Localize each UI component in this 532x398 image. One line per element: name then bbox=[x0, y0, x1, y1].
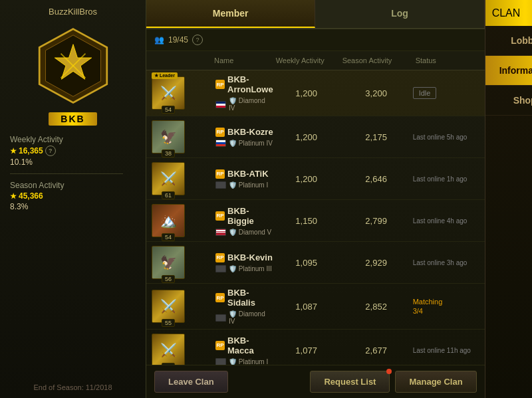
header-avatar bbox=[152, 55, 211, 66]
leave-clan-button[interactable]: Leave Clan bbox=[154, 371, 228, 393]
weekly-activity-info[interactable]: ? bbox=[45, 146, 56, 156]
avatar-cell: ⚔️ 55 bbox=[152, 334, 211, 365]
rank-name: 🛡️ Platinum I bbox=[229, 181, 268, 189]
right-menu-item-shop[interactable]: Shop bbox=[485, 86, 532, 116]
leader-badge: ★ Leader bbox=[152, 72, 178, 79]
rank-row: 🛡️ Diamond IV bbox=[215, 310, 273, 325]
flag-icon bbox=[215, 229, 226, 236]
rp-icon: RP bbox=[215, 128, 225, 137]
clan-title: BuzzKillBros bbox=[49, 7, 97, 17]
table-row[interactable]: 🦅 56 RP BKB-Kevin 🛡️ Platinum III 1,095 … bbox=[146, 242, 485, 284]
avatar-wrapper: ★ Leader ⚔️ 54 bbox=[152, 76, 185, 110]
season-activity-value: 2,799 bbox=[340, 216, 413, 226]
status-offline: Last online 3h ago bbox=[413, 258, 467, 267]
table-row[interactable]: 🦅 38 RP BKB-Kozre 🛡️ Platinum IV 1,200 2… bbox=[146, 116, 485, 158]
rank-name: 🛡️ Platinum IV bbox=[229, 140, 273, 147]
weekly-activity-value: 1,200 bbox=[273, 174, 340, 184]
season-activity-value: 2,677 bbox=[340, 346, 413, 355]
member-table: ★ Leader ⚔️ 54 RP BKB-ArronLowe 🛡️ Diamo… bbox=[146, 70, 485, 365]
center-panel: Member Log 👥 19/45 ? Name Weekly Activit… bbox=[146, 0, 485, 398]
member-name: BKB-Macca bbox=[227, 336, 273, 355]
manage-clan-button[interactable]: Manage Clan bbox=[395, 371, 476, 393]
members-help-icon[interactable]: ? bbox=[192, 35, 203, 45]
table-header: Name Weekly Activity Season Activity Sta… bbox=[146, 51, 485, 70]
rank-row: 🛡️ Diamond IV bbox=[215, 97, 273, 112]
season-activity-value: 3,200 bbox=[340, 88, 413, 98]
tab-member[interactable]: Member bbox=[146, 0, 315, 28]
header-name: Name bbox=[211, 55, 273, 66]
member-name-row: RP BKB-Macca bbox=[215, 336, 273, 355]
member-name-cell: RP BKB-Sidalis 🛡️ Diamond IV bbox=[211, 288, 273, 325]
tab-log[interactable]: Log bbox=[315, 0, 484, 28]
status-cell: Matching3/4 bbox=[413, 297, 479, 316]
weekly-activity-value: 1,087 bbox=[273, 302, 340, 312]
avatar-cell: 🦅 56 bbox=[152, 246, 211, 279]
clan-badge bbox=[33, 26, 113, 106]
avatar: ⚔️ bbox=[152, 334, 185, 365]
avatar-wrapper: ⚔️ 61 bbox=[152, 162, 185, 195]
member-name-cell: RP BKB-Kozre 🛡️ Platinum IV bbox=[211, 127, 273, 147]
table-row[interactable]: 🏔️ 54 RP BKB-Biggie 🛡️ Diamond V 1,150 2… bbox=[146, 200, 485, 242]
member-name-row: RP BKB-Sidalis bbox=[215, 288, 273, 308]
rank-row: 🛡️ Platinum I bbox=[215, 358, 273, 365]
request-list-button[interactable]: Request List bbox=[310, 371, 390, 393]
end-of-season: End of Season: 11/2018 bbox=[0, 383, 146, 391]
rank-row: 🛡️ Platinum I bbox=[215, 181, 273, 189]
season-activity-label: Season Activity bbox=[10, 181, 64, 190]
status-cell: Idle bbox=[413, 87, 479, 99]
flag-icon bbox=[215, 101, 226, 108]
avatar-wrapper: 🏔️ 54 bbox=[152, 204, 185, 237]
rank-name: 🛡️ Platinum III bbox=[229, 265, 272, 272]
rp-icon: RP bbox=[215, 293, 225, 302]
status-idle: Idle bbox=[413, 87, 437, 99]
avatar: ⚔️ bbox=[152, 290, 185, 323]
weekly-rank-row: 10.1% bbox=[10, 157, 136, 167]
status-offline: Last online 11h ago bbox=[413, 346, 471, 355]
weekly-activity-label: Weekly Activity bbox=[10, 135, 63, 144]
table-row[interactable]: ⚔️ 61 RP BKB-ATiK 🛡️ Platinum I 1,200 2,… bbox=[146, 158, 485, 200]
season-activity-value: 2,929 bbox=[340, 258, 413, 268]
avatar: ⚔️ bbox=[152, 76, 185, 110]
members-count: 19/45 bbox=[168, 35, 188, 45]
member-name-cell: RP BKB-Biggie 🛡️ Diamond V bbox=[211, 206, 273, 236]
status-cell: Last online 1h ago bbox=[413, 175, 479, 183]
members-icon: 👥 bbox=[154, 35, 164, 45]
status-offline: Last online 4h ago bbox=[413, 217, 467, 225]
avatar: 🏔️ bbox=[152, 204, 185, 237]
status-matching: Matching3/4 bbox=[413, 297, 443, 316]
app-container: BuzzKillBros bbox=[0, 0, 532, 398]
rank-name: 🛡️ Diamond IV bbox=[229, 310, 273, 325]
member-name-row: RP BKB-ATiK bbox=[215, 169, 273, 179]
member-name: BKB-Biggie bbox=[227, 206, 273, 226]
flag-icon bbox=[215, 358, 226, 365]
table-row[interactable]: ★ Leader ⚔️ 54 RP BKB-ArronLowe 🛡️ Diamo… bbox=[146, 70, 485, 116]
left-panel: BuzzKillBros bbox=[0, 0, 146, 398]
member-name: BKB-Sidalis bbox=[227, 288, 273, 308]
member-name: BKB-ATiK bbox=[227, 169, 269, 179]
stats-divider bbox=[10, 173, 123, 174]
avatar-wrapper: ⚔️ 55 bbox=[152, 290, 185, 323]
season-rank-value: 8.3% bbox=[10, 202, 28, 211]
avatar: 🦅 bbox=[152, 120, 185, 153]
clan-tag: BKB bbox=[49, 112, 96, 126]
bottom-bar: Leave Clan Request List Manage Clan bbox=[146, 365, 485, 398]
flag-icon bbox=[215, 314, 226, 322]
avatar-level: 55 bbox=[162, 363, 175, 365]
members-info-bar: 👥 19/45 ? bbox=[146, 29, 485, 51]
avatar-level: 54 bbox=[162, 233, 175, 241]
rank-row: 🛡️ Platinum IV bbox=[215, 140, 273, 147]
season-activity-value: ★ 45,366 bbox=[10, 191, 43, 201]
table-row[interactable]: ⚔️ 55 RP BKB-Macca 🛡️ Platinum I 1,077 2… bbox=[146, 330, 485, 365]
table-row[interactable]: ⚔️ 55 RP BKB-Sidalis 🛡️ Diamond IV 1,087… bbox=[146, 284, 485, 330]
member-name: BKB-ArronLowe bbox=[227, 74, 273, 94]
member-name-row: RP BKB-Biggie bbox=[215, 206, 273, 226]
avatar-level: 38 bbox=[162, 149, 175, 157]
member-name-cell: RP BKB-ATiK 🛡️ Platinum I bbox=[211, 169, 273, 189]
right-panel-title: CLAN bbox=[492, 7, 521, 19]
flag-icon bbox=[215, 265, 226, 272]
status-cell: Last online 3h ago bbox=[413, 258, 479, 267]
rank-name: 🛡️ Diamond IV bbox=[229, 97, 273, 112]
right-menu-item-lobby[interactable]: Lobby bbox=[485, 26, 532, 56]
right-menu-item-information[interactable]: Information bbox=[485, 56, 532, 86]
member-name-cell: RP BKB-Macca 🛡️ Platinum I bbox=[211, 336, 273, 365]
